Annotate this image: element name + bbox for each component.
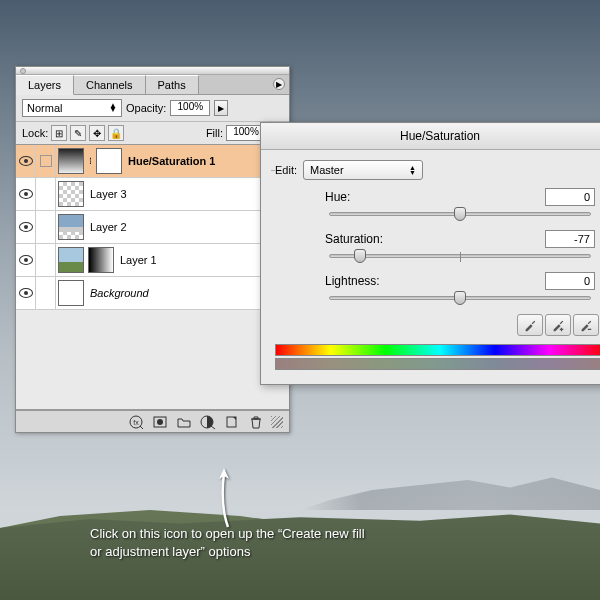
eyedropper-row <box>275 314 599 336</box>
link-col[interactable] <box>36 277 56 309</box>
eye-icon <box>19 288 33 298</box>
visibility-toggle[interactable] <box>16 145 36 177</box>
slider-tick-icon <box>460 252 461 262</box>
hue-slider[interactable] <box>329 212 591 216</box>
fx-icon[interactable]: fx <box>127 414 145 430</box>
link-col[interactable] <box>36 178 56 210</box>
panel-tabs: Layers Channels Paths ▶ <box>16 75 289 95</box>
saturation-label: Saturation: <box>325 232 383 246</box>
dialog-body: Edit: Master ▲▼ Hue: Saturation: <box>261 150 600 384</box>
edit-row: Edit: Master ▲▼ <box>275 160 600 180</box>
layer-name[interactable]: Layer 2 <box>86 221 289 233</box>
layer-row-1[interactable]: Layer 1 <box>16 244 289 277</box>
lightness-slider[interactable] <box>329 296 591 300</box>
eye-icon <box>19 222 33 232</box>
group-icon[interactable] <box>175 414 193 430</box>
visibility-toggle[interactable] <box>16 244 36 276</box>
layer-thumb[interactable] <box>58 214 84 240</box>
lock-all-icon[interactable]: 🔒 <box>108 125 124 141</box>
panel-titlebar[interactable] <box>16 67 289 75</box>
layer-list: ⁞ Hue/Saturation 1 Layer 3 Layer 2 Layer… <box>16 145 289 310</box>
link-col[interactable] <box>36 145 56 177</box>
layer-row-huesat[interactable]: ⁞ Hue/Saturation 1 <box>16 145 289 178</box>
svg-text:fx: fx <box>133 419 139 426</box>
layer-thumb[interactable] <box>58 247 84 273</box>
slider-thumb-icon[interactable] <box>454 207 466 221</box>
hue-group: Hue: <box>325 188 595 216</box>
eyedropper-add-icon[interactable] <box>545 314 571 336</box>
layers-panel-footer: fx <box>16 410 289 432</box>
hue-label: Hue: <box>325 190 350 204</box>
layer-name[interactable]: Background <box>86 287 289 299</box>
layer-name[interactable]: Layer 3 <box>86 188 289 200</box>
close-dot[interactable] <box>20 68 26 74</box>
adjustment-layer-icon[interactable] <box>199 414 217 430</box>
select-arrows-icon: ▲▼ <box>409 165 416 175</box>
hue-saturation-dialog: Hue/Saturation Edit: Master ▲▼ Hue: Satu… <box>260 122 600 385</box>
layers-panel: Layers Channels Paths ▶ Normal ▲▼ Opacit… <box>15 66 290 433</box>
eye-icon <box>19 255 33 265</box>
spectrum-adjusted <box>275 358 600 370</box>
opacity-input[interactable]: 100% <box>170 100 210 116</box>
saturation-slider[interactable] <box>329 254 591 258</box>
blend-mode-select[interactable]: Normal ▲▼ <box>22 99 122 117</box>
layer-row-3[interactable]: Layer 3 <box>16 178 289 211</box>
dialog-title: Hue/Saturation <box>261 123 600 150</box>
link-col[interactable] <box>36 244 56 276</box>
lightness-input[interactable] <box>545 272 595 290</box>
resize-grip-icon[interactable] <box>271 416 283 428</box>
edit-select[interactable]: Master ▲▼ <box>303 160 423 180</box>
link-col[interactable] <box>36 211 56 243</box>
new-layer-icon[interactable] <box>223 414 241 430</box>
tab-paths[interactable]: Paths <box>146 75 199 94</box>
eyedropper-subtract-icon[interactable] <box>573 314 599 336</box>
eyedropper-icon[interactable] <box>517 314 543 336</box>
layer-row-2[interactable]: Layer 2 <box>16 211 289 244</box>
select-arrows-icon: ▲▼ <box>109 104 117 112</box>
slider-thumb-icon[interactable] <box>354 249 366 263</box>
layer-list-empty <box>16 310 289 410</box>
mask-thumb[interactable] <box>88 247 114 273</box>
visibility-toggle[interactable] <box>16 178 36 210</box>
opacity-label: Opacity: <box>126 102 166 114</box>
layer-row-background[interactable]: Background <box>16 277 289 310</box>
lock-fill-row: Lock: ⊞ ✎ ✥ 🔒 Fill: 100% ▶ <box>16 122 289 145</box>
saturation-input[interactable] <box>545 230 595 248</box>
mask-link-icon[interactable]: ⁞ <box>86 154 94 168</box>
opacity-popup-arrow[interactable]: ▶ <box>214 100 228 116</box>
link-box-icon <box>40 155 52 167</box>
hue-input[interactable] <box>545 188 595 206</box>
annotation-text: Click on this icon to open up the “Creat… <box>90 525 370 560</box>
lock-position-icon[interactable]: ✥ <box>89 125 105 141</box>
blend-opacity-row: Normal ▲▼ Opacity: 100% ▶ <box>16 95 289 122</box>
mask-thumb[interactable] <box>96 148 122 174</box>
trash-icon[interactable] <box>247 414 265 430</box>
layer-thumb[interactable] <box>58 181 84 207</box>
slider-thumb-icon[interactable] <box>454 291 466 305</box>
layer-thumb[interactable] <box>58 280 84 306</box>
lightness-label: Lightness: <box>325 274 380 288</box>
edit-label: Edit: <box>275 164 297 176</box>
panel-menu-icon[interactable]: ▶ <box>273 78 285 90</box>
lock-transparency-icon[interactable]: ⊞ <box>51 125 67 141</box>
lock-pixels-icon[interactable]: ✎ <box>70 125 86 141</box>
visibility-toggle[interactable] <box>16 277 36 309</box>
svg-point-3 <box>157 419 163 425</box>
tab-layers[interactable]: Layers <box>16 75 74 95</box>
fill-label: Fill: <box>206 127 223 139</box>
eye-icon <box>19 189 33 199</box>
mask-icon[interactable] <box>151 414 169 430</box>
lock-label: Lock: <box>22 127 48 139</box>
spectrum-full <box>275 344 600 356</box>
saturation-group: Saturation: <box>325 230 595 258</box>
visibility-toggle[interactable] <box>16 211 36 243</box>
eye-icon <box>19 156 33 166</box>
tab-channels[interactable]: Channels <box>74 75 145 94</box>
adjustment-thumb[interactable] <box>58 148 84 174</box>
lightness-group: Lightness: <box>325 272 595 300</box>
edit-value: Master <box>310 164 344 176</box>
blend-mode-value: Normal <box>27 102 62 114</box>
